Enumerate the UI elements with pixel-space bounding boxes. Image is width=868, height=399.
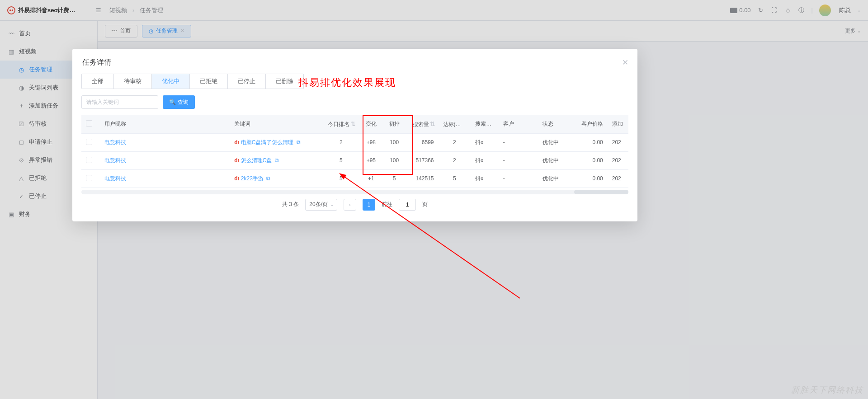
search-icon: 🔍 (169, 99, 176, 105)
table-row: 电竞科技 dı2k23手游 ⧉5+151425155抖x-优化中0.00202 (81, 169, 628, 188)
bars-icon: dı (234, 157, 239, 164)
cell-keyword: dı怎么清理C盘 ⧉ (230, 151, 322, 169)
external-link-icon[interactable]: ⧉ (265, 175, 270, 182)
col-nickname[interactable]: 用户昵称 (100, 115, 230, 133)
modal-task-detail: 任务详情 ✕ 抖易排优化效果展现 全部待审核优化中已拒绝已停止已删除 🔍 查询 … (72, 49, 637, 221)
table-row: 电竞科技 dı电脑C盘满了怎么清理 ⧉2+9810065992抖x-优化中0.0… (81, 133, 628, 151)
cell-initial: 100 (383, 133, 406, 151)
cell-initial: 100 (383, 151, 406, 169)
cell-change: +95 (359, 151, 382, 169)
bars-icon: dı (234, 175, 239, 182)
external-link-icon[interactable]: ⧉ (295, 139, 300, 146)
cell-add: 202 (608, 133, 628, 151)
cell-today-rank: 5 (322, 169, 359, 188)
cell-nickname: 电竞科技 (100, 151, 230, 169)
cell-status: 优化中 (538, 151, 575, 169)
filter-tab-5[interactable]: 已删除 (266, 74, 303, 89)
col-change[interactable]: 变化 (359, 115, 382, 133)
cell-engine: 抖x (471, 151, 499, 169)
sort-icon: ⇅ (350, 120, 354, 127)
modal-close-icon[interactable]: ✕ (622, 58, 628, 67)
sort-icon: ⇅ (430, 120, 434, 127)
col-customer[interactable]: 客户 (499, 115, 538, 133)
cell-nickname: 电竞科技 (100, 169, 230, 188)
table-row: 电竞科技 dı怎么清理C盘 ⧉5+951005173662抖x-优化中0.002… (81, 151, 628, 169)
goto-suffix: 页 (422, 201, 428, 208)
cell-days: 5 (439, 169, 471, 188)
search-row: 🔍 查询 (81, 95, 628, 109)
pagination: 共 3 条 20条/页 ‹ 1 前往 页 (72, 199, 637, 211)
page-number-1[interactable]: 1 (363, 199, 375, 211)
modal-header: 任务详情 ✕ (72, 58, 637, 74)
cell-days: 2 (439, 133, 471, 151)
cell-change: +1 (359, 169, 382, 188)
filter-tab-0[interactable]: 全部 (82, 74, 114, 89)
goto-label: 前往 (382, 201, 392, 208)
row-checkbox[interactable] (81, 151, 100, 169)
keyword-input[interactable] (81, 95, 158, 109)
keyword-link[interactable]: 怎么清理C盘 (241, 157, 272, 164)
filter-tabs: 全部待审核优化中已拒绝已停止已删除 (81, 74, 304, 89)
cell-price: 0.00 (575, 151, 608, 169)
cell-add: 202 (608, 169, 628, 188)
cell-status: 优化中 (538, 133, 575, 151)
table-horizontal-scrollbar[interactable] (81, 190, 628, 194)
col-engine[interactable]: 搜索引擎 (471, 115, 499, 133)
cell-customer: - (499, 151, 538, 169)
nickname-link[interactable]: 电竞科技 (104, 157, 126, 164)
cell-engine: 抖x (471, 169, 499, 188)
row-checkbox[interactable] (81, 133, 100, 151)
cell-customer: - (499, 133, 538, 151)
cell-search-vol: 142515 (406, 169, 439, 188)
nickname-link[interactable]: 电竞科技 (104, 139, 126, 146)
cell-nickname: 电竞科技 (100, 133, 230, 151)
cell-today-rank: 5 (322, 151, 359, 169)
table-container: 用户昵称 关键词 今日排名⇅ 变化 初排 搜索量⇅ 达标(天)⇅ 搜索引擎 客户… (81, 115, 628, 188)
bars-icon: dı (234, 139, 239, 146)
col-price[interactable]: 客户价格 (575, 115, 608, 133)
cell-price: 0.00 (575, 133, 608, 151)
page-prev-button[interactable]: ‹ (344, 199, 356, 211)
cell-price: 0.00 (575, 169, 608, 188)
keyword-link[interactable]: 电脑C盘满了怎么清理 (241, 139, 294, 146)
cell-add: 202 (608, 151, 628, 169)
keyword-link[interactable]: 2k23手游 (241, 175, 264, 182)
task-table: 用户昵称 关键词 今日排名⇅ 变化 初排 搜索量⇅ 达标(天)⇅ 搜索引擎 客户… (81, 115, 628, 188)
cell-search-vol: 517366 (406, 151, 439, 169)
cell-keyword: dı2k23手游 ⧉ (230, 169, 322, 188)
page-size-select[interactable]: 20条/页 (305, 199, 337, 211)
col-days[interactable]: 达标(天)⇅ (439, 115, 471, 133)
filter-tab-1[interactable]: 待审核 (114, 74, 152, 89)
cell-today-rank: 2 (322, 133, 359, 151)
page-total: 共 3 条 (282, 201, 299, 208)
nickname-link[interactable]: 电竞科技 (104, 175, 126, 182)
filter-tab-3[interactable]: 已拒绝 (190, 74, 228, 89)
col-checkbox[interactable] (81, 115, 100, 133)
cell-search-vol: 6599 (406, 133, 439, 151)
goto-input[interactable] (399, 199, 416, 211)
cell-status: 优化中 (538, 169, 575, 188)
external-link-icon[interactable]: ⧉ (273, 157, 278, 164)
col-today-rank[interactable]: 今日排名⇅ (322, 115, 359, 133)
col-add[interactable]: 添加 (608, 115, 628, 133)
cell-days: 2 (439, 151, 471, 169)
col-keyword[interactable]: 关键词 (230, 115, 322, 133)
cell-change: +98 (359, 133, 382, 151)
col-initial[interactable]: 初排 (383, 115, 406, 133)
annotation-text: 抖易排优化效果展现 (298, 76, 396, 89)
modal-title: 任务详情 (82, 58, 111, 67)
col-search-vol[interactable]: 搜索量⇅ (406, 115, 439, 133)
scrollbar-thumb[interactable] (574, 190, 628, 194)
cell-customer: - (499, 169, 538, 188)
row-checkbox[interactable] (81, 169, 100, 188)
cell-initial: 5 (383, 169, 406, 188)
col-status[interactable]: 状态 (538, 115, 575, 133)
sort-icon: ⇅ (464, 120, 468, 127)
filter-tab-2[interactable]: 优化中 (152, 74, 190, 89)
table-header-row: 用户昵称 关键词 今日排名⇅ 变化 初排 搜索量⇅ 达标(天)⇅ 搜索引擎 客户… (81, 115, 628, 133)
search-button[interactable]: 🔍 查询 (163, 95, 195, 109)
cell-keyword: dı电脑C盘满了怎么清理 ⧉ (230, 133, 322, 151)
filter-tab-4[interactable]: 已停止 (228, 74, 266, 89)
cell-engine: 抖x (471, 133, 499, 151)
